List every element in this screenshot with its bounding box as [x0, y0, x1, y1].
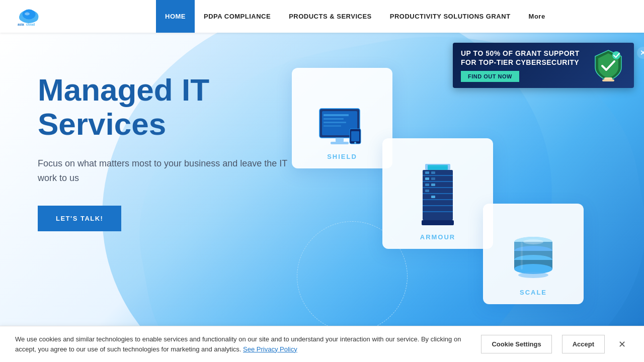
privacy-policy-link[interactable]: See Privacy Policy	[243, 345, 297, 353]
cookie-bar: We use cookies and similar technologies …	[0, 326, 644, 362]
scale-label: SCALE	[520, 289, 547, 296]
nav-item-psg[interactable]: PRODUCTIVITY SOLUTIONS GRANT	[381, 0, 520, 33]
shield-card: SHIELD	[292, 68, 392, 168]
database-icon	[508, 237, 558, 285]
cookie-close-button[interactable]: ✕	[615, 337, 629, 351]
cookie-text: We use cookies and similar technologies …	[15, 334, 471, 354]
nav-item-products[interactable]: PRODUCTS & SERVICES	[280, 0, 381, 33]
svg-rect-11	[324, 122, 346, 123]
svg-rect-28	[425, 171, 429, 174]
navbar: asia cloud HOME PDPA COMPLIANCE PRODUCTS…	[0, 0, 644, 33]
svg-rect-9	[324, 114, 349, 116]
hero-title: Managed IT Services	[38, 73, 299, 141]
svg-point-46	[518, 272, 548, 278]
cookie-text-content: We use cookies and similar technologies …	[15, 335, 461, 353]
cookie-accept-button[interactable]: Accept	[562, 335, 605, 353]
cta-button[interactable]: LET'S TALK!	[38, 206, 121, 231]
server-tower-icon	[418, 164, 458, 229]
nav-item-home[interactable]: HOME	[156, 0, 195, 33]
svg-rect-14	[331, 142, 349, 144]
svg-rect-10	[324, 118, 344, 120]
svg-rect-27	[423, 211, 453, 212]
cybersecurity-shield-icon	[593, 49, 623, 82]
svg-rect-32	[425, 184, 429, 186]
svg-text:cloud: cloud	[26, 22, 35, 26]
svg-rect-35	[431, 196, 435, 198]
svg-rect-23	[423, 187, 453, 188]
logo-icon: asia cloud	[15, 4, 45, 29]
svg-rect-26	[423, 205, 453, 206]
svg-point-4	[25, 12, 30, 15]
svg-rect-21	[423, 175, 453, 176]
ad-title: UP TO 50% OF GRANT SUPPORT FOR TOP-TIER …	[461, 49, 591, 67]
hero-section: Managed IT Services Focus on what matter…	[0, 33, 644, 362]
armour-label: ARMOUR	[420, 233, 456, 241]
svg-rect-24	[423, 193, 453, 194]
svg-rect-16	[351, 131, 359, 141]
svg-rect-29	[431, 171, 435, 174]
monitor-icon	[314, 106, 370, 149]
cookie-settings-button[interactable]: Cookie Settings	[481, 335, 551, 353]
svg-rect-30	[425, 177, 429, 180]
svg-rect-22	[423, 181, 453, 182]
svg-rect-25	[423, 199, 453, 200]
logo-area: asia cloud	[0, 4, 156, 29]
shield-label: SHIELD	[327, 153, 357, 160]
svg-rect-33	[431, 184, 435, 186]
scale-card: SCALE	[483, 204, 584, 304]
svg-point-47	[523, 239, 543, 244]
svg-rect-34	[425, 190, 429, 192]
ad-banner: UP TO 50% OF GRANT SUPPORT FOR TOP-TIER …	[453, 43, 634, 88]
nav-links: HOME PDPA COMPLIANCE PRODUCTS & SERVICES…	[156, 0, 644, 33]
svg-rect-51	[602, 79, 614, 81]
svg-text:asia: asia	[18, 22, 24, 26]
svg-rect-31	[431, 177, 435, 180]
svg-rect-36	[428, 165, 448, 170]
svg-point-17	[354, 142, 356, 144]
ad-icon-area	[591, 49, 626, 82]
hero-subtitle: Focus on what matters most to your busin…	[38, 156, 299, 186]
svg-rect-12	[324, 125, 341, 127]
ad-cta-button[interactable]: FIND OUT NOW	[461, 71, 519, 82]
nav-item-pdpa[interactable]: PDPA COMPLIANCE	[195, 0, 280, 33]
armour-card: ARMOUR	[382, 138, 493, 249]
hero-text-block: Managed IT Services Focus on what matter…	[38, 73, 299, 231]
svg-rect-37	[422, 220, 454, 225]
hero-illustration: SHIELD	[267, 48, 644, 359]
nav-item-more[interactable]: More	[520, 0, 554, 33]
svg-rect-48	[521, 242, 523, 269]
svg-rect-13	[336, 138, 344, 142]
ad-text-area: UP TO 50% OF GRANT SUPPORT FOR TOP-TIER …	[461, 49, 591, 82]
